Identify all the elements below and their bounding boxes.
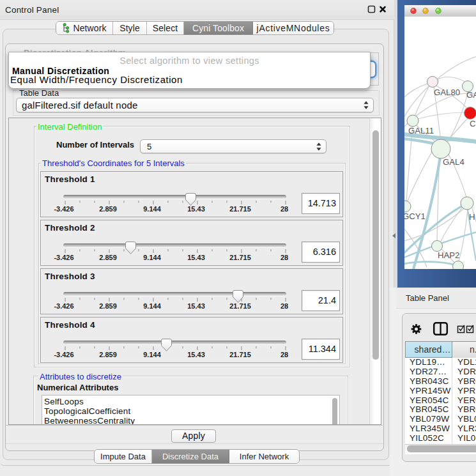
svg-text:GAL80: GAL80 — [434, 88, 460, 97]
svg-text:GA: GA — [466, 90, 476, 100]
svg-text:GAL4: GAL4 — [443, 157, 464, 167]
svg-text:GAL11: GAL11 — [408, 126, 434, 135]
svg-text:CY: CY — [470, 119, 476, 128]
svg-text:GCY1: GCY1 — [404, 211, 426, 221]
svg-text:HAP2: HAP2 — [438, 250, 459, 260]
svg-text:H: H — [469, 212, 475, 222]
